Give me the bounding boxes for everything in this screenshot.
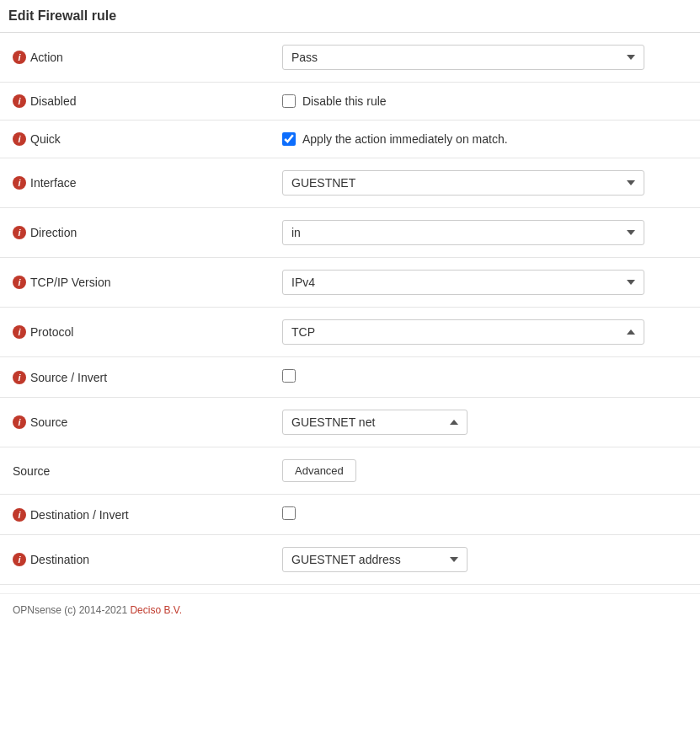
direction-label: Direction: [30, 226, 77, 239]
action-label-cell: i Action: [0, 33, 270, 83]
source-invert-value-cell: [270, 357, 700, 398]
source-invert-label-cell: i Source / Invert: [0, 357, 270, 398]
destination-invert-label-cell: i Destination / Invert: [0, 495, 270, 535]
direction-row: i Direction in out: [0, 208, 700, 258]
source-advanced-row: Source Advanced: [0, 447, 700, 495]
quick-info-icon: i: [13, 132, 26, 146]
action-label: Action: [30, 51, 63, 64]
protocol-select[interactable]: TCP UDP ICMP any: [282, 319, 644, 345]
source-label: Source: [30, 415, 67, 429]
source-advanced-label-cell: Source: [0, 447, 270, 495]
footer: OPNsense (c) 2014-2021 Deciso B.V.: [0, 593, 700, 626]
protocol-label: Protocol: [30, 325, 73, 339]
source-advanced-value-cell: Advanced: [270, 447, 700, 495]
source-info-icon: i: [13, 415, 26, 429]
destination-invert-label: Destination / Invert: [30, 508, 129, 522]
page-title: Edit Firewall rule: [0, 0, 700, 33]
source-invert-checkbox[interactable]: [282, 369, 296, 383]
destination-label: Destination: [30, 553, 89, 566]
action-info-icon: i: [13, 51, 26, 64]
direction-value-cell: in out: [270, 208, 700, 258]
interface-label: Interface: [30, 176, 76, 190]
interface-select[interactable]: GUESTNET LAN WAN: [282, 170, 644, 196]
interface-row: i Interface GUESTNET LAN WAN: [0, 158, 700, 208]
source-select[interactable]: GUESTNET net any LAN net: [282, 410, 468, 435]
interface-info-icon: i: [13, 176, 26, 190]
quick-checkbox[interactable]: [282, 132, 296, 146]
disabled-checkbox-text: Disable this rule: [302, 94, 387, 108]
tcpip-value-cell: IPv4 IPv6 IPv4+IPv6: [270, 258, 700, 308]
interface-label-cell: i Interface: [0, 158, 270, 208]
tcpip-info-icon: i: [13, 276, 26, 289]
disabled-label: Disabled: [30, 94, 76, 108]
disabled-label-cell: i Disabled: [0, 83, 270, 121]
disabled-checkbox-label[interactable]: Disable this rule: [282, 94, 687, 108]
destination-select[interactable]: GUESTNET address any LAN address: [282, 547, 468, 572]
destination-invert-value-cell: [270, 495, 700, 535]
tcpip-row: i TCP/IP Version IPv4 IPv6 IPv4+IPv6: [0, 258, 700, 308]
protocol-info-icon: i: [13, 325, 26, 339]
quick-label-cell: i Quick: [0, 121, 270, 158]
source-invert-label: Source / Invert: [30, 371, 107, 384]
quick-checkbox-label[interactable]: Apply the action immediately on match.: [282, 132, 687, 146]
action-select[interactable]: Pass Block Reject: [282, 45, 644, 70]
footer-text: OPNsense (c) 2014-2021: [13, 604, 130, 616]
source-label-cell: i Source: [0, 398, 270, 447]
disabled-checkbox[interactable]: [282, 94, 296, 108]
quick-checkbox-text: Apply the action immediately on match.: [302, 132, 508, 146]
quick-label: Quick: [30, 132, 61, 146]
footer-link[interactable]: Deciso B.V.: [130, 604, 182, 616]
interface-value-cell: GUESTNET LAN WAN: [270, 158, 700, 208]
destination-label-cell: i Destination: [0, 535, 270, 585]
source-value-cell: GUESTNET net any LAN net: [270, 398, 700, 447]
form-table: i Action Pass Block Reject i Disabled: [0, 33, 700, 585]
source-row: i Source GUESTNET net any LAN net: [0, 398, 700, 447]
destination-invert-checkbox[interactable]: [282, 506, 296, 520]
disabled-info-icon: i: [13, 94, 26, 108]
destination-info-icon: i: [13, 553, 26, 566]
protocol-row: i Protocol TCP UDP ICMP any: [0, 308, 700, 357]
tcpip-label: TCP/IP Version: [30, 276, 110, 289]
source-invert-info-icon: i: [13, 371, 26, 384]
destination-row: i Destination GUESTNET address any LAN a…: [0, 535, 700, 585]
action-row: i Action Pass Block Reject: [0, 33, 700, 83]
tcpip-label-cell: i TCP/IP Version: [0, 258, 270, 308]
destination-invert-info-icon: i: [13, 508, 26, 522]
destination-invert-row: i Destination / Invert: [0, 495, 700, 535]
quick-row: i Quick Apply the action immediately on …: [0, 121, 700, 158]
disabled-value-cell: Disable this rule: [270, 83, 700, 121]
direction-select[interactable]: in out: [282, 220, 644, 245]
tcpip-select[interactable]: IPv4 IPv6 IPv4+IPv6: [282, 270, 644, 295]
protocol-label-cell: i Protocol: [0, 308, 270, 357]
action-value-cell: Pass Block Reject: [270, 33, 700, 83]
direction-label-cell: i Direction: [0, 208, 270, 258]
disabled-row: i Disabled Disable this rule: [0, 83, 700, 121]
destination-value-cell: GUESTNET address any LAN address: [270, 535, 700, 585]
direction-info-icon: i: [13, 226, 26, 239]
protocol-value-cell: TCP UDP ICMP any: [270, 308, 700, 357]
source-advanced-label: Source: [13, 464, 50, 478]
page-container: Edit Firewall rule i Action Pass Block R…: [0, 0, 700, 626]
quick-value-cell: Apply the action immediately on match.: [270, 121, 700, 158]
source-advanced-button[interactable]: Advanced: [282, 459, 356, 482]
source-invert-row: i Source / Invert: [0, 357, 700, 398]
